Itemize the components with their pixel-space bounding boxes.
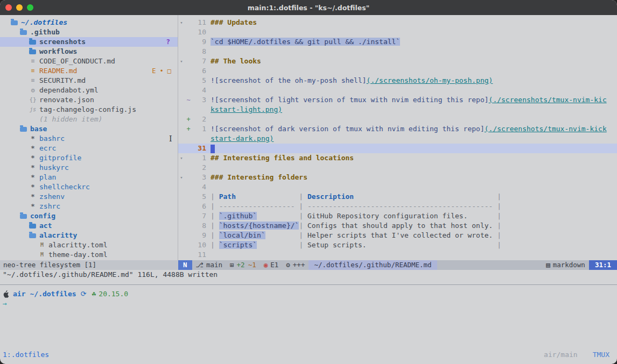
table-text [257,212,295,220]
minimize-button[interactable] [16,4,23,11]
table-pipe: | [211,192,219,201]
traffic-lights [5,0,33,15]
tree-item-shellcheckrc[interactable]: *shellcheckrc [0,182,178,192]
close-button[interactable] [5,4,12,11]
tree-item-gitprofile[interactable]: *gitprofile [0,153,178,163]
asterisk-icon: * [29,153,37,163]
tree-item-screenshots[interactable]: screenshots? [0,37,178,47]
git-sign: + [185,115,192,124]
tree-item-label: .github [30,27,60,37]
editor-line[interactable]: ▾11### Updates [178,18,617,27]
editor-line[interactable]: 9`cd $HOME/.dotfiles && git pull && ./in… [178,37,617,47]
tree-item-bashrc[interactable]: *bashrc [0,134,178,144]
image-link-url[interactable]: (./screenshots/tmux-nvim-kick [485,125,607,133]
editor-line[interactable]: 8| `hosts/{hostname}/`| Configs that sho… [178,221,617,231]
tree-item-dependabot-yml[interactable]: ⚙dependabot.yml [0,85,178,95]
editor-line[interactable]: 4 [178,85,617,95]
editor-line[interactable]: 5![screenshot of the oh-my-posh shell](.… [178,76,617,85]
tree-item-alacritty-toml[interactable]: Malacritty.toml [0,240,178,250]
tree-item-code-of-conduct-md[interactable]: ≡CODE_OF_CONDUCT.md [0,56,178,66]
neotree-panel[interactable]: ~/.dotfiles.githubscreenshots?workflows≡… [0,15,178,260]
editor-line[interactable]: 7| `.github` | GitHub Repository configu… [178,211,617,221]
shell-pane[interactable]: air ~/.dotfiles ⟳ ☘20.15.0 → [0,289,617,309]
editor-line[interactable]: 11 [178,250,617,260]
titlebar[interactable]: main:1:.dotfiles - "ks~/.dotfiles" [0,0,617,15]
tree-item-renovate-json[interactable]: {}renovate.json [0,95,178,105]
editor-line[interactable]: 10| `scripts` | Setup scripts. | [178,240,617,250]
tree-item-ecrc[interactable]: *ecrc [0,144,178,153]
line-number: 4 [192,182,206,192]
image-link-url[interactable]: start-dark.png) [211,134,274,142]
tree-item-zshrc[interactable]: *zshrc [0,202,178,211]
folder-icon [29,49,36,54]
line-text: | `local/bin` | Helper scripts that I've… [211,231,501,240]
table-text [467,212,493,220]
tree-item-tag-changelog-config-js[interactable]: jstag-changelog-config.js [0,105,178,115]
line-text: | `hosts/{hostname}/`| Configs that shou… [211,221,501,231]
tmux-pane-divider[interactable] [0,280,617,289]
line-text: kstart-light.png) [211,105,282,115]
tree-item-config[interactable]: config [0,211,178,221]
editor-line[interactable]: ~3![screenshot of light version of tmux … [178,95,617,105]
tree-item-label: zshenv [39,192,65,202]
md-icon: ≡ [29,56,37,66]
editor-line[interactable]: start-dark.png) [178,134,617,144]
tree-item-plan[interactable]: *plan [0,173,178,182]
shell-input-line[interactable]: → [3,299,617,309]
tree-item-label: shellcheckrc [39,182,90,192]
editor-line[interactable]: 6| ------------------ | ----------------… [178,202,617,211]
fold-indicator[interactable]: ▾ [178,56,185,66]
line-number: 8 [192,47,206,56]
editor-line[interactable]: +2 [178,115,617,124]
tree-item-theme-day-toml[interactable]: Mtheme-day.toml [0,250,178,260]
editor-buffer[interactable]: ▾11### Updates109`cd $HOME/.dotfiles && … [178,15,617,260]
fold-indicator[interactable]: ▾ [178,18,185,27]
tree-item-workflows[interactable]: workflows [0,47,178,56]
image-link-url[interactable]: (./screenshots/tmux-nvim-kic [489,96,607,104]
editor-line[interactable]: 6 [178,66,617,76]
tree-item-huskyrc[interactable]: *huskyrc [0,163,178,173]
line-text: ### Interesting folders [211,173,307,182]
editor-line[interactable]: 5| Path | Description | [178,192,617,202]
line-number: 9 [192,37,206,47]
tree-item-dotfiles[interactable]: ~/.dotfiles [0,18,178,27]
editor-line[interactable]: ▾1## Interesting files and locations [178,153,617,163]
table-pipe: | [295,212,307,220]
tree-item-base[interactable]: base [0,124,178,134]
tree-item-act[interactable]: act [0,221,178,231]
editor-line[interactable]: ▾3### Interesting folders [178,173,617,182]
git-sign: ~ [185,95,192,105]
inline-code: `.github` [219,212,257,220]
diff-modified-count: ~1 [248,260,256,270]
tmux-window-label[interactable]: 1:.dotfiles [3,350,49,360]
fold-indicator[interactable]: ▾ [178,153,185,163]
editor-line[interactable]: 31 [178,144,617,153]
editor-line[interactable]: +1![screenshot of dark version of tmux w… [178,124,617,134]
table-text [257,241,295,249]
editor-line[interactable]: 8 [178,47,617,56]
tree-item-github[interactable]: .github [0,27,178,37]
editor-line[interactable]: 9| `local/bin` | Helper scripts that I'v… [178,231,617,240]
editor-line[interactable]: 4 [178,182,617,192]
image-link-url[interactable]: kstart-light.png) [211,105,282,113]
editor-line[interactable]: kstart-light.png) [178,105,617,115]
fold-indicator[interactable]: ▾ [178,173,185,182]
fullscreen-button[interactable] [27,4,33,11]
tree-item-1-hidden-item[interactable]: (1 hidden item) [0,115,178,124]
statusline-filepath[interactable]: ~/.dotfiles/.github/README.md [308,260,437,270]
editor-line[interactable]: ▾7## The looks [178,56,617,66]
shell-prompt: air ~/.dotfiles ⟳ ☘20.15.0 [3,289,617,299]
tree-item-security-md[interactable]: ≡SECURITY.md [0,76,178,85]
tree-item-zshenv[interactable]: *zshenv [0,192,178,202]
line-text [211,144,215,153]
tree-item-readme-md[interactable]: ≡README.mdE•□ [0,66,178,76]
line-number: 5 [192,76,206,85]
editor-line[interactable]: 10 [178,27,617,37]
tree-item-alacritty[interactable]: alacritty [0,231,178,240]
table-text: Helper scripts that I've collected or wr… [307,231,493,239]
editor-line[interactable]: 2 [178,163,617,173]
table-divider: ------------------ [219,202,295,210]
apple-icon [3,290,9,298]
image-link-url[interactable]: (./screenshots/oh-my-posh.png) [367,76,493,84]
line-number: 2 [192,115,206,124]
